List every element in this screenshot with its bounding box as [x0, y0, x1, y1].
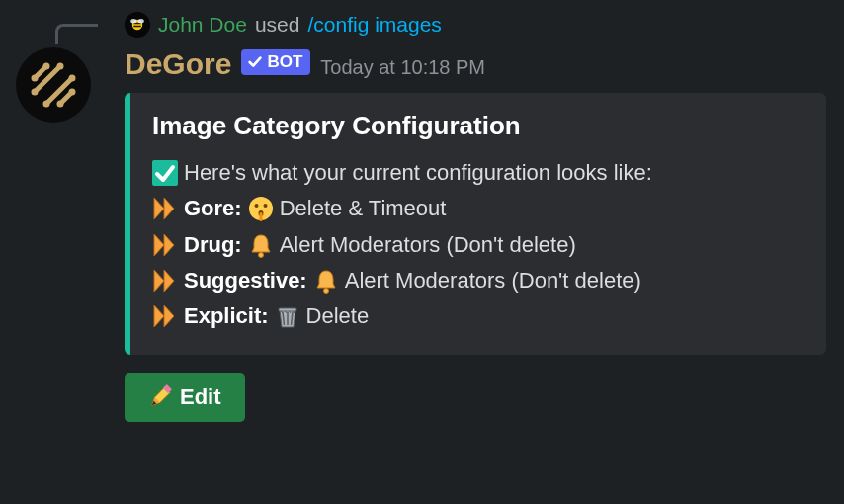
action-row: Edit: [125, 373, 828, 422]
config-value: Delete & Timeout: [280, 191, 447, 226]
wastebasket-icon: [275, 303, 300, 329]
reply-context: John Doe used /config images: [125, 10, 828, 40]
reply-user-avatar[interactable]: [125, 12, 150, 38]
embed-intro-text: Here's what your current configuration l…: [184, 155, 652, 191]
bell-icon: [313, 268, 339, 294]
config-row-gore: Gore: Delete & Timeout: [152, 191, 804, 226]
config-label: Explicit:: [184, 298, 269, 334]
config-label: Drug:: [184, 227, 242, 263]
reply-user-name[interactable]: John Doe: [158, 13, 247, 37]
fast-forward-icon: [152, 303, 178, 329]
checkmark-box-icon: [152, 160, 178, 186]
bot-badge: BOT: [241, 49, 310, 75]
config-label: Suggestive:: [184, 263, 307, 298]
pencil-icon: [148, 385, 172, 409]
reply-connector-line: [55, 24, 98, 44]
author-name[interactable]: DeGore: [125, 49, 231, 79]
message-timestamp: Today at 10:18 PM: [320, 56, 485, 79]
config-value: Delete: [306, 298, 370, 334]
edit-button-label: Edit: [180, 384, 221, 410]
fast-forward-icon: [152, 196, 178, 221]
message-container: John Doe used /config images DeGore BOT …: [0, 0, 844, 438]
embed-intro-row: Here's what your current configuration l…: [152, 155, 804, 191]
embed-card: Image Category Configuration Here's what…: [125, 93, 826, 354]
config-row-suggestive: Suggestive: Alert Moderators (Don't dele…: [152, 263, 804, 298]
verified-check-icon: [247, 54, 263, 70]
config-row-explicit: Explicit: Delete: [152, 298, 804, 334]
embed-title: Image Category Configuration: [152, 111, 804, 141]
config-row-drug: Drug: Alert Moderators (Don't delete): [152, 227, 804, 263]
slash-command-link[interactable]: /config images: [307, 13, 441, 37]
edit-button[interactable]: Edit: [125, 373, 245, 422]
config-value: Alert Moderators (Don't delete): [345, 263, 641, 298]
embed-body: Here's what your current configuration l…: [152, 155, 804, 334]
fast-forward-icon: [152, 232, 178, 258]
fast-forward-icon: [152, 268, 178, 294]
bell-icon: [248, 232, 274, 258]
bot-avatar[interactable]: [16, 47, 91, 123]
shush-face-icon: [248, 196, 274, 221]
bot-badge-label: BOT: [267, 51, 302, 73]
config-value: Alert Moderators (Don't delete): [280, 227, 576, 263]
reply-verb: used: [255, 13, 300, 37]
message-header: DeGore BOT Today at 10:18 PM: [125, 49, 828, 79]
config-label: Gore:: [184, 191, 242, 226]
